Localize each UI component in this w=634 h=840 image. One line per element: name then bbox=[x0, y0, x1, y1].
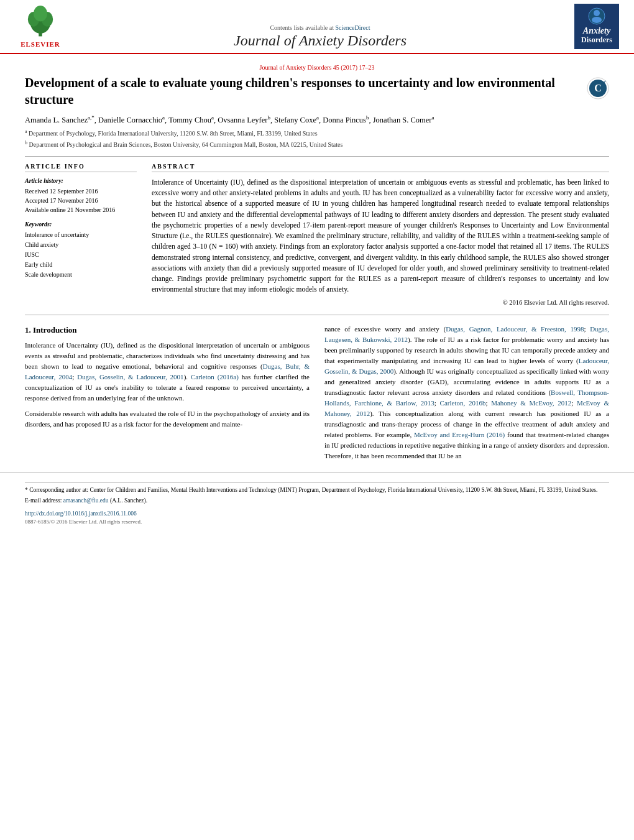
ref-ladouceur-2000[interactable]: Ladouceur, Gosselin, & Dugas, 2000 bbox=[324, 357, 609, 375]
elsevier-tree-icon bbox=[22, 5, 59, 39]
elsevier-logo: ELSEVIER bbox=[12, 5, 68, 53]
abstract-text: Intolerance of Uncertainty (IU), defined… bbox=[152, 177, 609, 295]
intro-para-2: Considerable research with adults has ev… bbox=[25, 408, 310, 430]
divider-2 bbox=[25, 315, 609, 315]
svg-text:C: C bbox=[594, 83, 602, 93]
divider-1 bbox=[25, 156, 609, 157]
section-title: Introduction bbox=[33, 325, 77, 335]
footnote-email: E-mail address: amasanch@fiu.edu (A.L. S… bbox=[25, 496, 609, 505]
history-received: Received 12 September 2016 bbox=[25, 187, 137, 196]
keyword-1: Intolerance of uncertainty bbox=[25, 230, 137, 240]
ref-mahoney-2012[interactable]: Mahoney & McEvoy, 2012 bbox=[491, 399, 571, 407]
article-title: Development of a scale to evaluate young… bbox=[25, 75, 579, 108]
ref-carleton-2016a[interactable]: Carleton (2016a) bbox=[191, 373, 239, 381]
email-label: E-mail address: bbox=[25, 497, 62, 504]
affiliation-a: a Department of Psychology, Florida Inte… bbox=[25, 128, 609, 138]
article-info-col: ARTICLE INFO Article history: Received 1… bbox=[25, 163, 137, 306]
svg-point-6 bbox=[594, 10, 600, 16]
page: ELSEVIER Contents lists available at Sci… bbox=[0, 0, 634, 840]
keyword-5: Scale development bbox=[25, 270, 137, 280]
copyright-line: © 2016 Elsevier Ltd. All rights reserved… bbox=[152, 299, 609, 306]
ref-mcevoy-2016[interactable]: McEvoy and Erceg-Hurn (2016) bbox=[414, 431, 505, 438]
keyword-2: Child anxiety bbox=[25, 240, 137, 250]
email-link[interactable]: amasanch@fiu.edu bbox=[63, 497, 109, 504]
journal-badge: Anxiety Disorders bbox=[572, 4, 622, 53]
journal-meta: Journal of Anxiety Disorders 45 (2017) 1… bbox=[25, 64, 609, 71]
intro-heading: 1. Introduction bbox=[25, 324, 310, 336]
email-name: (A.L. Sanchez). bbox=[110, 497, 147, 504]
body-col-left: 1. Introduction Intolerance of Uncertain… bbox=[25, 324, 310, 467]
svg-text:✓: ✓ bbox=[602, 80, 607, 85]
history-label: Article history: bbox=[25, 177, 137, 184]
issn-line: 0887-6185/© 2016 Elsevier Ltd. All right… bbox=[25, 518, 609, 527]
article-title-section: Development of a scale to evaluate young… bbox=[25, 75, 609, 108]
keyword-3: IUSC bbox=[25, 250, 137, 260]
ref-carleton-2016b[interactable]: Carleton, 2016b bbox=[440, 399, 486, 407]
intro-para-3: nance of excessive worry and anxiety (Du… bbox=[324, 324, 609, 462]
svg-point-7 bbox=[592, 17, 602, 23]
svg-point-4 bbox=[34, 6, 47, 22]
contents-label: Contents lists available at bbox=[270, 24, 333, 31]
sciencedirect-link[interactable]: ScienceDirect bbox=[335, 24, 370, 31]
history-accepted: Accepted 17 November 2016 bbox=[25, 196, 137, 205]
header-center: Contents lists available at ScienceDirec… bbox=[68, 24, 572, 53]
article-body: Journal of Anxiety Disorders 45 (2017) 1… bbox=[0, 54, 634, 473]
journal-title: Journal of Anxiety Disorders bbox=[68, 32, 572, 49]
keywords-label: Keywords: bbox=[25, 221, 137, 228]
crossmark-icon[interactable]: C ✓ bbox=[587, 77, 609, 99]
article-info-abstract: ARTICLE INFO Article history: Received 1… bbox=[25, 163, 609, 306]
footer-divider bbox=[25, 482, 609, 482]
article-info-label: ARTICLE INFO bbox=[25, 163, 137, 172]
authors-line: Amanda L. Sancheza,*, Danielle Cornacchi… bbox=[25, 114, 609, 125]
doi-line: http://dx.doi.org/10.1016/j.janxdis.2016… bbox=[25, 509, 609, 518]
keyword-4: Early child bbox=[25, 260, 137, 270]
abstract-label: ABSTRACT bbox=[152, 163, 609, 172]
badge-box: Anxiety Disorders bbox=[574, 4, 619, 49]
affiliations: a Department of Psychology, Florida Inte… bbox=[25, 128, 609, 150]
page-header: ELSEVIER Contents lists available at Sci… bbox=[0, 0, 634, 54]
ref-dugas-1998[interactable]: Dugas, Gagnon, Ladouceur, & Freeston, 19… bbox=[446, 325, 584, 333]
journal-link-line: Contents lists available at ScienceDirec… bbox=[68, 24, 572, 31]
intro-para-1: Intolerance of Uncertainty (IU), defined… bbox=[25, 340, 310, 404]
ref-dugas-2001[interactable]: Dugas, Gosselin, & Ladouceur, 2001 bbox=[77, 373, 183, 381]
badge-title1: Anxiety bbox=[577, 26, 617, 35]
doi-link[interactable]: http://dx.doi.org/10.1016/j.janxdis.2016… bbox=[25, 510, 137, 517]
elsevier-text: ELSEVIER bbox=[21, 40, 60, 48]
history-online: Available online 21 November 2016 bbox=[25, 205, 137, 215]
abstract-col: ABSTRACT Intolerance of Uncertainty (IU)… bbox=[152, 163, 609, 306]
affiliation-b: b Department of Psychological and Brain … bbox=[25, 139, 609, 149]
section-number: 1. bbox=[25, 325, 31, 335]
badge-icon bbox=[588, 7, 605, 25]
footnote-star: * Corresponding author at: Center for Ch… bbox=[25, 486, 609, 494]
body-section: 1. Introduction Intolerance of Uncertain… bbox=[25, 324, 609, 467]
footer: * Corresponding author at: Center for Ch… bbox=[0, 473, 634, 530]
badge-title2: Disorders bbox=[577, 35, 617, 45]
body-col-right: nance of excessive worry and anxiety (Du… bbox=[324, 324, 609, 467]
